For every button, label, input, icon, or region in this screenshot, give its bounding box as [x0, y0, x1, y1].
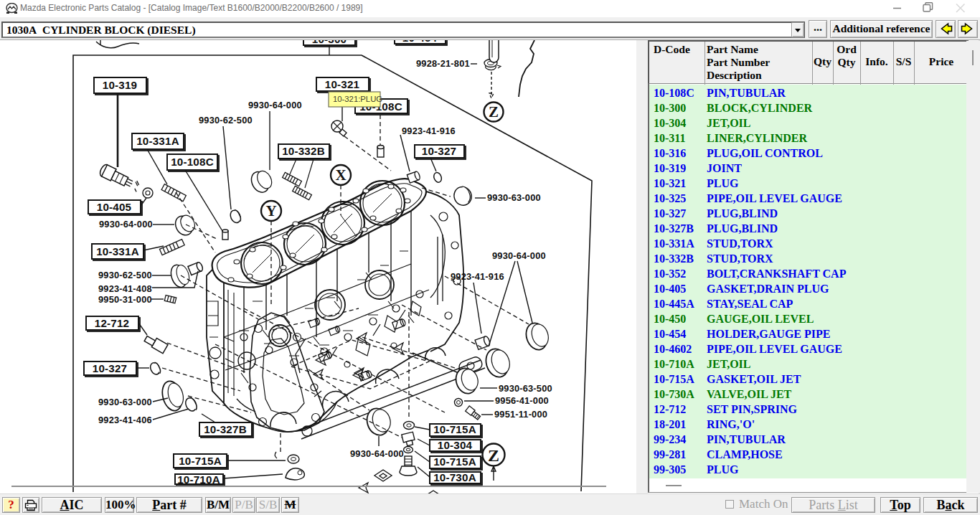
- svg-text:X: X: [335, 166, 346, 184]
- svg-text:10-300: 10-300: [312, 40, 347, 45]
- svg-text:Z: Z: [489, 103, 499, 121]
- svg-text:9930-64-000: 9930-64-000: [248, 100, 302, 110]
- svg-text:Z: Z: [488, 446, 499, 465]
- svg-text:10-715A: 10-715A: [433, 423, 476, 435]
- svg-text:10-331A: 10-331A: [96, 245, 139, 258]
- svg-text:Y: Y: [265, 202, 276, 219]
- svg-text:9923-41-406: 9923-41-406: [98, 415, 152, 425]
- svg-text:10-304: 10-304: [438, 439, 473, 451]
- svg-text:10-730A: 10-730A: [433, 471, 476, 483]
- svg-text:10-327B: 10-327B: [204, 423, 247, 435]
- svg-text:10-715A: 10-715A: [433, 455, 476, 468]
- svg-text:10-405: 10-405: [97, 201, 132, 213]
- svg-text:10-319: 10-319: [103, 79, 138, 91]
- svg-text:10-327: 10-327: [422, 145, 457, 157]
- svg-text:9923-41-916: 9923-41-916: [451, 271, 504, 282]
- svg-text:9951-11-000: 9951-11-000: [494, 409, 547, 420]
- svg-text:10-321: 10-321: [325, 78, 360, 90]
- svg-text:9928-21-801: 9928-21-801: [416, 58, 470, 69]
- svg-text:9930-62-500: 9930-62-500: [199, 115, 253, 126]
- svg-text:9930-64-000: 9930-64-000: [350, 448, 404, 459]
- svg-text:9930-62-500: 9930-62-500: [98, 270, 152, 280]
- svg-text:9950-31-000: 9950-31-000: [98, 294, 152, 305]
- svg-text:9930-63-000: 9930-63-000: [98, 397, 152, 407]
- svg-text:9923-41-916: 9923-41-916: [402, 126, 456, 136]
- svg-text:12-712: 12-712: [95, 317, 130, 329]
- svg-text:10-332B: 10-332B: [282, 145, 325, 157]
- svg-text:9923-41-408: 9923-41-408: [98, 283, 152, 294]
- svg-text:10-327: 10-327: [93, 362, 128, 374]
- svg-text:10-108C: 10-108C: [171, 156, 214, 168]
- svg-text:10-321:PLUG: 10-321:PLUG: [333, 95, 382, 103]
- svg-text:9930-63-500: 9930-63-500: [499, 383, 552, 394]
- svg-text:10-331A: 10-331A: [136, 135, 179, 147]
- svg-text:10-454: 10-454: [402, 40, 438, 44]
- svg-text:10-715A: 10-715A: [179, 455, 222, 467]
- svg-text:9930-64-000: 9930-64-000: [99, 219, 153, 230]
- svg-text:9930-64-000: 9930-64-000: [492, 250, 546, 261]
- svg-text:9956-41-000: 9956-41-000: [495, 395, 549, 406]
- svg-text:9930-63-000: 9930-63-000: [487, 192, 541, 203]
- svg-text:10-710A: 10-710A: [177, 473, 220, 486]
